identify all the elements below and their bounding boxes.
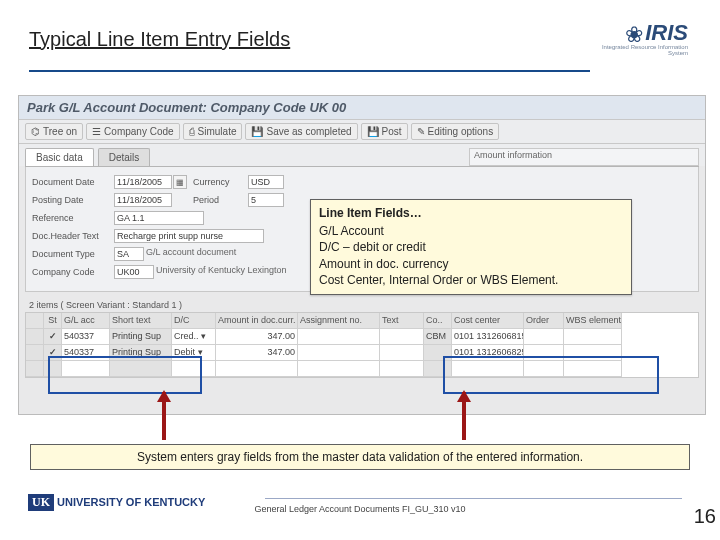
- callout-title: Line Item Fields…: [319, 205, 623, 221]
- company-code-desc: University of Kentucky Lexington: [154, 265, 334, 279]
- cell-gl[interactable]: 540337: [62, 329, 110, 345]
- cell-dc[interactable]: Cred.. ▾: [172, 329, 216, 345]
- col-assignment: Assignment no.: [298, 313, 380, 329]
- currency-label: Currency: [193, 177, 248, 187]
- simulate-button[interactable]: ⎙Simulate: [183, 123, 243, 140]
- calendar-icon[interactable]: ▦: [173, 175, 187, 189]
- reference-field[interactable]: [114, 211, 204, 225]
- bottom-note: System enters gray fields from the maste…: [30, 444, 690, 470]
- col-status: [26, 313, 44, 329]
- posting-date-field[interactable]: [114, 193, 172, 207]
- col-co: Co..: [424, 313, 452, 329]
- cell-order[interactable]: [524, 329, 564, 345]
- reference-label: Reference: [32, 213, 114, 223]
- document-type-label: Document Type: [32, 249, 114, 259]
- callout-line: G/L Account: [319, 223, 623, 239]
- tab-details[interactable]: Details: [98, 148, 151, 166]
- post-button[interactable]: 💾Post: [361, 123, 408, 140]
- cell-cost-center[interactable]: 0101 1312606815: [452, 329, 524, 345]
- document-type-field[interactable]: [114, 247, 144, 261]
- cell-wbs[interactable]: [564, 329, 622, 345]
- cell-check-icon: ✓: [44, 329, 62, 345]
- tabs-row: Basic data Details Amount information: [19, 144, 705, 166]
- document-date-field[interactable]: [114, 175, 172, 189]
- col-cost-center: Cost center: [452, 313, 524, 329]
- grid-header: St G/L acc Short text D/C Amount in doc.…: [26, 313, 698, 329]
- footer-rule: [265, 498, 682, 499]
- posting-date-label: Posting Date: [32, 195, 114, 205]
- cell-order[interactable]: [524, 345, 564, 361]
- cell-assignment[interactable]: [298, 329, 380, 345]
- tab-basic-data[interactable]: Basic data: [25, 148, 94, 166]
- tree-on-button[interactable]: ⌬Tree on: [25, 123, 83, 140]
- cell-gl[interactable]: 540337: [62, 345, 110, 361]
- callout-line: Amount in doc. currency: [319, 256, 623, 272]
- col-order: Order: [524, 313, 564, 329]
- period-field[interactable]: [248, 193, 284, 207]
- callout-line-item-fields: Line Item Fields… G/L Account D/C – debi…: [310, 199, 632, 295]
- cell-status[interactable]: [26, 329, 44, 345]
- amount-info-panel: Amount information: [469, 148, 699, 166]
- slide-title: Typical Line Item Entry Fields: [29, 28, 290, 51]
- cell-cost-center[interactable]: 0101 1312606825: [452, 345, 524, 361]
- document-date-label: Document Date: [32, 177, 114, 187]
- cell-text[interactable]: [380, 345, 424, 361]
- tree-icon: ⌬: [31, 126, 40, 137]
- company-code-button[interactable]: ☰Company Code: [86, 123, 179, 140]
- page-number: 16: [694, 505, 716, 528]
- callout-line: Cost Center, Internal Order or WBS Eleme…: [319, 272, 623, 288]
- col-dc: D/C: [172, 313, 216, 329]
- company-code-label: Company Code: [32, 267, 114, 277]
- col-wbs: WBS element: [564, 313, 622, 329]
- items-count-bar: 2 items ( Screen Variant : Standard 1 ): [25, 298, 699, 312]
- company-code-field[interactable]: [114, 265, 154, 279]
- col-gl-acc: G/L acc: [62, 313, 110, 329]
- col-amount: Amount in doc.curr.: [216, 313, 298, 329]
- grid-row[interactable]: ✓ 540337 Printing Sup Cred.. ▾ 347.00 CB…: [26, 329, 698, 345]
- cell-cbm: CBM: [424, 329, 452, 345]
- footer-text: General Ledger Account Documents FI_GU_3…: [0, 504, 720, 514]
- cell-check-icon: ✓: [44, 345, 62, 361]
- title-rule: [29, 70, 590, 72]
- document-type-desc: G/L account document: [144, 247, 284, 261]
- line-item-grid[interactable]: St G/L acc Short text D/C Amount in doc.…: [25, 312, 699, 378]
- col-short-text: Short text: [110, 313, 172, 329]
- col-text: Text: [380, 313, 424, 329]
- post-icon: 💾: [367, 126, 379, 137]
- doc-header-text-label: Doc.Header Text: [32, 231, 114, 241]
- cell-assignment[interactable]: [298, 345, 380, 361]
- arrow-up-icon: [162, 392, 166, 440]
- iris-subtitle: Integrated Resource Information System: [593, 44, 688, 56]
- window-title: Park G/L Account Document: Company Code …: [19, 96, 705, 120]
- save-as-completed-button[interactable]: 💾Save as completed: [245, 123, 357, 140]
- iris-logo: ❀IRIS Integrated Resource Information Sy…: [593, 20, 688, 64]
- save-icon: 💾: [251, 126, 263, 137]
- doc-header-text-field[interactable]: [114, 229, 264, 243]
- toolbar: ⌬Tree on ☰Company Code ⎙Simulate 💾Save a…: [19, 120, 705, 144]
- cell-dc[interactable]: Debit ▾: [172, 345, 216, 361]
- cell-amount[interactable]: 347.00: [216, 345, 298, 361]
- cell-cbm: [424, 345, 452, 361]
- col-state: St: [44, 313, 62, 329]
- cell-text[interactable]: [380, 329, 424, 345]
- cell-short-text: Printing Sup: [110, 345, 172, 361]
- grid-row[interactable]: ✓ 540337 Printing Sup Debit ▾ 347.00 010…: [26, 345, 698, 361]
- period-label: Period: [193, 195, 248, 205]
- cell-status[interactable]: [26, 345, 44, 361]
- cell-short-text: Printing Sup: [110, 329, 172, 345]
- iris-text: IRIS: [645, 20, 688, 45]
- cell-wbs[interactable]: [564, 345, 622, 361]
- editing-options-button[interactable]: ✎Editing options: [411, 123, 500, 140]
- grid-row-empty[interactable]: [26, 361, 698, 377]
- simulate-icon: ⎙: [189, 126, 195, 137]
- company-icon: ☰: [92, 126, 101, 137]
- callout-line: D/C – debit or credit: [319, 239, 623, 255]
- currency-field[interactable]: [248, 175, 284, 189]
- arrow-up-icon: [462, 392, 466, 440]
- pencil-icon: ✎: [417, 126, 425, 137]
- cell-amount[interactable]: 347.00: [216, 329, 298, 345]
